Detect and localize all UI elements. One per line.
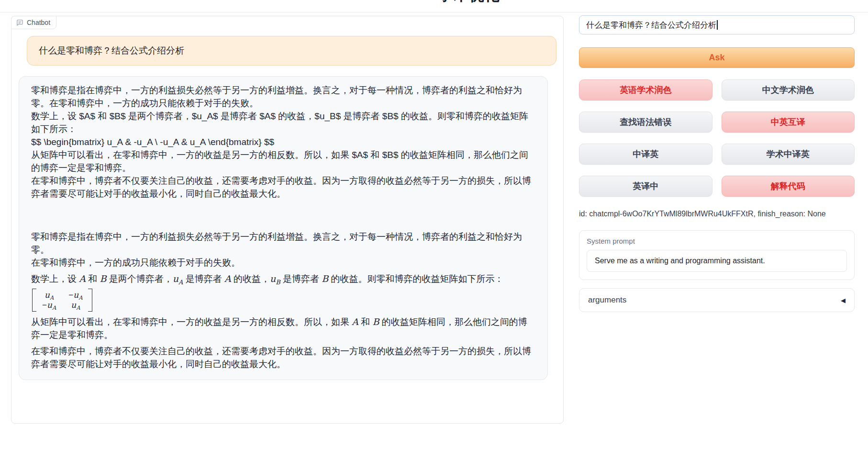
fn-button-english-academic-polish[interactable]: 英语学术润色	[579, 79, 712, 101]
user-message-text: 什么是零和博弈？结合公式介绍分析	[39, 45, 184, 57]
bot-message-bubble: 零和博弈是指在博弈中，一方的利益损失必然等于另一方的利益增益。换言之，对于每一种…	[19, 76, 548, 380]
user-message-bubble: 什么是零和博弈？结合公式介绍分析	[27, 36, 556, 66]
matrix-cell: uA	[68, 300, 82, 310]
fn-button-explain-code[interactable]: 解释代码	[722, 176, 855, 197]
function-button-grid: 英语学术润色 中文学术润色 查找语法错误 中英互译 中译英 学术中译英 英译中 …	[579, 79, 855, 197]
fn-button-chinese-academic-polish[interactable]: 中文学术润色	[722, 79, 855, 101]
matrix-cell: −uA	[68, 290, 82, 300]
bot-raw-latex-text: 零和博弈是指在博弈中，一方的利益损失必然等于另一方的利益增益。换言之，对于每一种…	[31, 84, 535, 200]
fn-button-zh-en-mutual-translate[interactable]: 中英互译	[722, 112, 855, 133]
bot-rendered-para4: 从矩阵中可以看出，在零和博弈中，一方的收益是另一方的相反数。所以，如果 A 和 …	[31, 315, 535, 341]
system-prompt-input[interactable]: Serve me as a writing and programming as…	[587, 250, 847, 272]
text-caret	[717, 20, 718, 30]
question-input[interactable]: 什么是零和博弈？结合公式介绍分析	[579, 15, 855, 34]
fn-button-zh-to-en[interactable]: 中译英	[579, 144, 712, 165]
chatbot-panel: Chatbot 什么是零和博弈？结合公式介绍分析 零和博弈是指在博弈中，一方的利…	[11, 16, 564, 424]
fn-button-academic-zh-to-en[interactable]: 学术中译英	[722, 144, 855, 165]
system-prompt-card: System prompt Serve me as a writing and …	[579, 230, 855, 280]
ask-button-label: Ask	[709, 53, 724, 63]
accordion-collapse-icon: ◀	[841, 297, 846, 304]
bot-rendered-para2: 数学上，设 A 和 B 是两个博弈者，uA 是博弈者 A 的收益，uB 是博弈者…	[31, 272, 535, 285]
chatbot-label-tab: Chatbot	[11, 16, 56, 29]
matrix-left-bracket	[32, 289, 36, 312]
chatbot-label-text: Chatbot	[27, 19, 50, 26]
fn-button-find-grammar-errors[interactable]: 查找语法错误	[579, 112, 712, 133]
page-title: ChatGPT 学术优化	[0, 0, 868, 4]
arguments-accordion-label: arguments	[588, 295, 626, 305]
controls-column: 什么是零和博弈？结合公式介绍分析 Ask 英语学术润色 中文学术润色 查找语法错…	[579, 15, 855, 312]
fn-button-en-to-zh[interactable]: 英译中	[579, 176, 712, 197]
arguments-accordion[interactable]: arguments ◀	[579, 288, 855, 312]
question-input-value: 什么是零和博弈？结合公式介绍分析	[586, 20, 716, 31]
system-prompt-label: System prompt	[587, 237, 847, 245]
response-status-line: id: chatcmpl-6wOo7KrYTwMl89lbrMWRu4UkFFX…	[579, 210, 855, 218]
bot-rendered-para5: 在零和博弈中，博弈者不仅要关注自己的收益，还需要考虑对手的收益。因为一方取得的收…	[31, 345, 535, 370]
system-prompt-value: Serve me as a writing and programming as…	[595, 257, 765, 265]
matrix-cell: −uA	[42, 300, 56, 310]
message-gap	[31, 203, 535, 230]
chat-bubble-icon	[16, 19, 23, 26]
matrix-cell: uA	[42, 290, 56, 300]
matrix-right-bracket	[88, 289, 92, 312]
bot-rendered-para1: 零和博弈是指在博弈中，一方的利益损失必然等于另一方的利益增益。换言之，对于每一种…	[31, 230, 535, 269]
page-title-clipped: ChatGPT 学术优化	[0, 0, 868, 4]
ask-button[interactable]: Ask	[579, 47, 855, 68]
payoff-matrix: uA −uA −uA uA	[32, 289, 535, 312]
header-divider	[0, 12, 868, 12]
